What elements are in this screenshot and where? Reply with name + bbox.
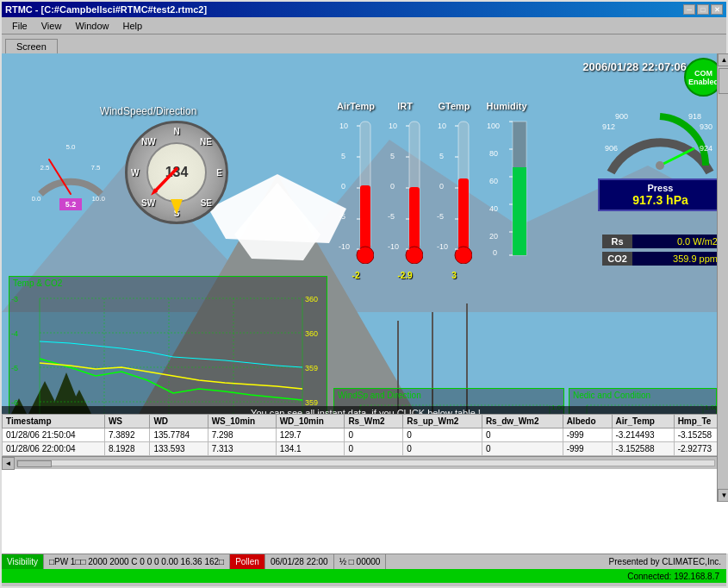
col-ws: WS	[104, 415, 150, 428]
status-dpw: □PW 1□□ 2000 2000 C 0 0 0 0.00 16.36 162…	[44, 554, 230, 569]
svg-line-86	[660, 148, 694, 166]
rs-value: 0.0 W/m2	[632, 235, 723, 248]
menu-file[interactable]: File	[5, 19, 34, 33]
svg-text:906: 906	[605, 144, 618, 153]
close-button[interactable]: ✕	[711, 4, 723, 15]
wind-speed-gauge: 0.0 5.0 10.0 2.5 7.5 5.2	[32, 134, 109, 211]
col-timestamp: Timestamp	[3, 415, 105, 428]
col-wd: WD	[150, 415, 208, 428]
connected-bar: Connected: 192.168.8.7	[2, 569, 726, 583]
minimize-button[interactable]: ─	[683, 4, 695, 15]
table-cell: 8.1928	[104, 442, 150, 456]
svg-text:-5: -5	[437, 212, 444, 221]
svg-text:-5: -5	[339, 212, 345, 221]
title-bar: RTMC - [C:#Campbellsci#RTMC#test2.rtmc2]…	[2, 2, 726, 17]
airtemp-column: AirTemp 10 5 0 -5 -10	[338, 101, 374, 268]
table-row[interactable]: 01/28/06 21:50:047.3892135.77847.298129.…	[3, 428, 729, 442]
status-presented: Presented by CLIMATEC,Inc.	[604, 557, 726, 566]
table-cell: -3.152588	[612, 442, 674, 456]
vertical-scrollbar[interactable]: ▲ ▼	[717, 53, 728, 502]
svg-text:5: 5	[439, 152, 444, 160]
humidity-title: Humidity	[486, 101, 526, 111]
svg-text:360: 360	[305, 329, 318, 338]
table-row[interactable]: 01/28/06 22:00:048.1928133.5937.313134.1…	[3, 442, 729, 456]
irt-title: IRT	[397, 101, 413, 111]
gtemp-gauge: 10 5 0 -5 -10	[436, 113, 472, 264]
compass-southeast: SE	[201, 198, 212, 208]
svg-text:5.0: 5.0	[65, 143, 76, 151]
pressure-panel: 930 924 918 906 912 900 Press 917.3 hPa	[598, 103, 723, 211]
data-table: Timestamp WS WD WS_10min WD_10min Rs_Wm2…	[2, 414, 728, 456]
rs-co2-panel: Rs 0.0 W/m2 CO2 359.9 ppm	[602, 235, 723, 269]
svg-text:10: 10	[339, 122, 348, 130]
table-cell: 134.1	[276, 442, 345, 456]
status-fraction: ½ □ 00000	[334, 554, 387, 569]
svg-text:360: 360	[305, 295, 318, 303]
compass: N S E W NE NW SE SW 134	[125, 121, 228, 224]
table-cell: 7.313	[208, 442, 276, 456]
svg-text:-4: -4	[11, 329, 18, 338]
svg-text:40: 40	[489, 204, 498, 213]
svg-text:5.2: 5.2	[65, 200, 77, 209]
horizontal-scrollbar[interactable]: ◄ ►	[2, 456, 728, 469]
table-cell: 0	[403, 442, 482, 456]
scroll-left-button[interactable]: ◄	[2, 457, 15, 470]
scroll-thumb[interactable]	[17, 460, 52, 467]
col-albedo: Albedo	[563, 415, 612, 428]
title-bar-buttons: ─ □ ✕	[683, 4, 723, 15]
svg-text:100: 100	[487, 122, 500, 130]
svg-text:0: 0	[493, 248, 497, 257]
compass-value: 134	[146, 142, 207, 203]
main-window: RTMC - [C:#Campbellsci#RTMC#test2.rtmc2]…	[0, 0, 728, 588]
svg-text:60: 60	[489, 177, 498, 185]
nedic-chart-title: Nedic and Condition	[569, 389, 716, 402]
svg-text:5: 5	[390, 152, 395, 160]
col-rs-dw: Rs_dw_Wm2	[482, 415, 563, 428]
svg-text:-5: -5	[11, 364, 18, 372]
col-air-temp: Air_Temp	[612, 415, 674, 428]
table-cell: -3.214493	[612, 428, 674, 442]
col-ws-10min: WS_10min	[208, 415, 276, 428]
table-cell: 7.298	[208, 428, 276, 442]
scroll-down-button[interactable]: ▼	[718, 489, 728, 502]
humidity-column: Humidity 100 80 60 40 20 0	[485, 101, 528, 268]
gtemp-value: 3	[436, 271, 472, 280]
compass-north: N	[173, 127, 179, 136]
svg-text:-10: -10	[339, 242, 350, 251]
compass-southwest: SW	[141, 198, 155, 208]
wind-indicator-triangle	[171, 199, 183, 215]
menu-help[interactable]: Help	[116, 19, 150, 33]
svg-text:10.0: 10.0	[91, 195, 105, 203]
tab-bar: Screen	[2, 34, 726, 53]
svg-rect-46	[409, 187, 420, 249]
co2-label: CO2	[602, 252, 632, 266]
compass-northeast: NE	[200, 137, 212, 147]
svg-rect-33	[360, 185, 370, 249]
co2-row: CO2 359.9 ppm	[602, 252, 723, 266]
table-cell: 01/28/06 21:50:04	[3, 428, 105, 442]
table-cell: 0	[482, 442, 563, 456]
airtemp-value: -2	[338, 271, 374, 280]
scroll-thumb-v[interactable]	[719, 68, 729, 94]
window-title: RTMC - [C:#Campbellsci#RTMC#test2.rtmc2]	[5, 4, 207, 15]
col-wd-10min: WD_10min	[276, 415, 345, 428]
irt-column: IRT 10 5 0 -5 -10	[387, 101, 423, 268]
irt-gauge: 10 5 0 -5 -10	[387, 113, 423, 264]
airtemp-gauge: 10 5 0 -5 -10	[338, 113, 374, 264]
scroll-up-button[interactable]: ▲	[718, 53, 728, 66]
menu-window[interactable]: Window	[68, 19, 115, 33]
maximize-button[interactable]: □	[697, 4, 709, 15]
scroll-track[interactable]	[16, 460, 715, 466]
svg-text:-5: -5	[388, 212, 395, 221]
table-cell: -999	[563, 442, 612, 456]
table-cell: 135.7784	[150, 428, 208, 442]
svg-text:0: 0	[390, 182, 395, 191]
menu-view[interactable]: View	[34, 19, 69, 33]
col-rs-wm2: Rs_Wm2	[345, 415, 403, 428]
compass-west: W	[131, 168, 139, 178]
airtemp-title: AirTemp	[337, 101, 375, 111]
svg-text:20: 20	[489, 232, 498, 241]
svg-text:924: 924	[700, 144, 712, 153]
gtemp-column: GTemp 10 5 0 -5 -10	[436, 101, 472, 268]
screen-tab[interactable]: Screen	[5, 39, 58, 53]
